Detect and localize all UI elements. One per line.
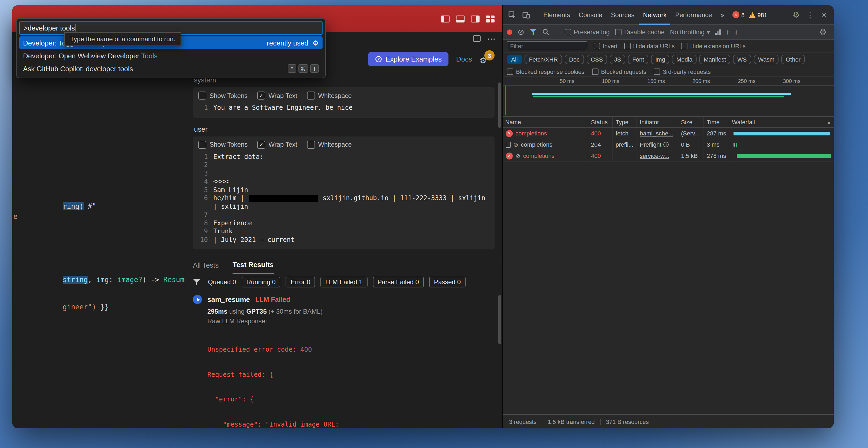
more-actions-icon[interactable]: ⋯: [487, 33, 496, 44]
invert-checkbox[interactable]: Invert: [594, 42, 618, 49]
parse-failed-filter-chip[interactable]: Parse Failed 0: [373, 277, 424, 287]
tests-filter-bar: Queued 0 Running 0 Error 0 LLM Failed 1 …: [193, 274, 495, 290]
filter-chip-media[interactable]: Media: [672, 54, 697, 64]
device-toolbar-icon[interactable]: [520, 8, 533, 21]
network-table-empty-area: [503, 162, 834, 414]
toggle-panel-icon[interactable]: [456, 15, 465, 22]
filter-chip-all[interactable]: All: [507, 54, 522, 64]
import-har-icon[interactable]: ↑: [726, 28, 729, 36]
divider: [536, 10, 536, 19]
filter-chip-css[interactable]: CSS: [586, 54, 607, 64]
command-palette: >developer tools Developer: Toggle Devel…: [16, 18, 326, 78]
blocked-cookies-icon: ⊘: [516, 152, 520, 159]
tab-test-results[interactable]: Test Results: [232, 256, 274, 274]
results-scrollbar[interactable]: [498, 295, 501, 344]
column-waterfall[interactable]: Waterfall▲: [729, 117, 834, 127]
show-tokens-checkbox[interactable]: [198, 140, 206, 148]
configure-keybinding-icon[interactable]: ⚙: [313, 39, 319, 47]
timeline-waiting-bar: [533, 96, 784, 97]
explore-examples-button[interactable]: Explore Examples: [368, 51, 449, 66]
column-size[interactable]: Size: [678, 117, 704, 127]
filter-chip-fetch-xhr[interactable]: Fetch/XHR: [525, 54, 562, 64]
column-initiator[interactable]: Initiator: [637, 117, 678, 127]
column-status[interactable]: Status: [588, 117, 613, 127]
record-network-log-icon[interactable]: [507, 29, 512, 35]
tab-sources[interactable]: Sources: [607, 5, 638, 24]
network-settings-icon[interactable]: ⚙: [816, 26, 830, 38]
column-time[interactable]: Time: [704, 117, 729, 127]
export-har-icon[interactable]: ↓: [735, 28, 738, 36]
console-errors-badge[interactable]: ×8: [732, 11, 744, 18]
tab-performance[interactable]: Performance: [671, 5, 716, 24]
clear-network-log-icon[interactable]: ⊘: [518, 27, 524, 37]
running-filter-chip[interactable]: Running 0: [241, 277, 280, 287]
filter-chip-manifest[interactable]: Manifest: [700, 54, 730, 64]
passed-filter-chip[interactable]: Passed 0: [429, 277, 466, 287]
command-item-ask-copilot[interactable]: Ask GitHub Copilot: developer tools ^ ⌘ …: [19, 62, 322, 75]
whitespace-checkbox[interactable]: [307, 140, 315, 148]
filter-chip-ws[interactable]: WS: [733, 54, 751, 64]
llm-failed-filter-chip[interactable]: LLM Failed 1: [320, 277, 367, 287]
waterfall-tick: [736, 143, 737, 147]
whitespace-checkbox[interactable]: [307, 92, 315, 100]
filter-chip-font[interactable]: Font: [628, 54, 648, 64]
network-request-row[interactable]: ×⊘completions 400 service-w... 1.5 kB 27…: [503, 150, 834, 162]
tab-elements[interactable]: Elements: [539, 5, 574, 24]
filter-chip-doc[interactable]: Doc: [565, 54, 584, 64]
docs-link[interactable]: Docs: [456, 55, 472, 63]
column-name[interactable]: Name: [503, 117, 588, 127]
devtools-menu-icon[interactable]: ⋮: [804, 8, 816, 21]
throttling-dropdown[interactable]: No throttling▾: [670, 28, 710, 36]
toggle-secondary-sidebar-icon[interactable]: [471, 15, 479, 22]
split-editor-icon[interactable]: [473, 35, 480, 42]
filter-chip-js[interactable]: JS: [610, 54, 625, 64]
third-party-requests-checkbox[interactable]: 3rd-party requests: [654, 68, 711, 75]
run-test-button[interactable]: [193, 295, 202, 304]
network-request-row[interactable]: ⊘completions 204 prefli... Preflighti 0 …: [503, 139, 834, 150]
command-item-open-webview-devtools[interactable]: Developer: Open Webview Developer Tools: [19, 49, 322, 62]
inspect-element-icon[interactable]: [506, 8, 519, 21]
preserve-log-checkbox[interactable]: Preserve log: [564, 28, 610, 36]
devtools-settings-icon[interactable]: ⚙: [790, 8, 803, 21]
network-conditions-icon[interactable]: [715, 29, 720, 35]
initiator-link[interactable]: service-w...: [637, 150, 678, 161]
baml-playground: ⋯ Explore Examples Docs ⚙ 3: [185, 32, 502, 428]
console-warnings-badge[interactable]: !981: [749, 11, 767, 18]
filter-chip-wasm[interactable]: Wasm: [754, 54, 779, 64]
raw-response-label: Raw LLM Response:: [207, 317, 495, 325]
prompt-scrollbar[interactable]: [498, 82, 501, 128]
hide-extension-urls-checkbox[interactable]: Hide extension URLs: [681, 42, 746, 49]
wrap-text-checkbox[interactable]: ✓: [257, 92, 265, 100]
blocked-requests-checkbox[interactable]: Blocked requests: [592, 68, 646, 75]
tab-all-tests[interactable]: All Tests: [193, 256, 219, 274]
network-overview-timeline[interactable]: 50 ms 100 ms 150 ms 200 ms 250 ms 300 ms: [503, 77, 834, 117]
show-tokens-checkbox[interactable]: [198, 92, 206, 100]
hide-data-urls-checkbox[interactable]: Hide data URLs: [624, 42, 675, 49]
filter-icon[interactable]: [193, 279, 200, 285]
notifications[interactable]: ⚙ 3: [479, 53, 494, 65]
warning-icon: !: [749, 12, 755, 18]
system-prompt-block: Show Tokens ✓Wrap Text Whitespace 1You a…: [193, 87, 495, 117]
filter-chip-img[interactable]: Img: [651, 54, 670, 64]
tests-tabs: All Tests Test Results: [193, 256, 495, 274]
disable-cache-checkbox[interactable]: Disable cache: [615, 28, 665, 36]
error-filter-chip[interactable]: Error 0: [286, 277, 315, 287]
tab-console[interactable]: Console: [575, 5, 606, 24]
devtools-close-icon[interactable]: ×: [818, 8, 831, 21]
tab-network[interactable]: Network: [639, 5, 670, 24]
filter-chip-other[interactable]: Other: [781, 54, 805, 64]
prompt-controls: Show Tokens ✓Wrap Text Whitespace: [198, 140, 489, 148]
network-request-row[interactable]: ×completions 400 fetch baml_sche... (Ser…: [503, 128, 834, 139]
code-line: 8Experience: [198, 219, 489, 228]
initiator-link[interactable]: baml_sche...: [637, 128, 678, 139]
blocked-response-cookies-checkbox[interactable]: Blocked response cookies: [507, 68, 585, 75]
wrap-text-checkbox[interactable]: ✓: [257, 140, 265, 148]
toggle-sidebar-icon[interactable]: [441, 15, 450, 22]
network-filter-icon[interactable]: [530, 29, 537, 35]
network-filter-input[interactable]: [507, 41, 587, 50]
more-tabs-icon[interactable]: »: [717, 5, 728, 24]
network-search-icon[interactable]: [542, 28, 549, 35]
info-icon: i: [663, 142, 669, 147]
column-type[interactable]: Type: [613, 117, 637, 127]
customize-layout-icon[interactable]: [486, 15, 495, 22]
